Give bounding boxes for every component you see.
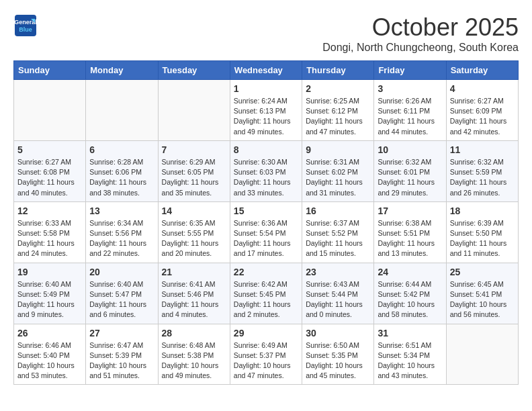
day-info: Sunrise: 6:27 AM Sunset: 6:09 PM Dayligh… — [450, 96, 515, 137]
day-info: Sunrise: 6:35 AM Sunset: 5:55 PM Dayligh… — [162, 218, 226, 259]
day-info: Sunrise: 6:28 AM Sunset: 6:06 PM Dayligh… — [89, 157, 154, 198]
location-subtitle: Dongi, North Chungcheong, South Korea — [322, 42, 519, 54]
calendar-cell: 29Sunrise: 6:49 AM Sunset: 5:37 PM Dayli… — [230, 324, 302, 385]
calendar-week-1: 1Sunrise: 6:24 AM Sunset: 6:13 PM Daylig… — [14, 80, 519, 141]
calendar-cell: 19Sunrise: 6:40 AM Sunset: 5:49 PM Dayli… — [14, 263, 86, 324]
day-number: 21 — [162, 267, 226, 277]
day-info: Sunrise: 6:38 AM Sunset: 5:51 PM Dayligh… — [378, 218, 442, 259]
day-number: 7 — [162, 144, 226, 155]
day-number: 8 — [234, 144, 298, 155]
calendar-week-4: 19Sunrise: 6:40 AM Sunset: 5:49 PM Dayli… — [14, 263, 519, 324]
calendar-cell: 3Sunrise: 6:26 AM Sunset: 6:11 PM Daylig… — [374, 80, 446, 141]
day-info: Sunrise: 6:51 AM Sunset: 5:34 PM Dayligh… — [378, 340, 442, 381]
calendar-cell: 25Sunrise: 6:45 AM Sunset: 5:41 PM Dayli… — [446, 263, 518, 324]
day-info: Sunrise: 6:30 AM Sunset: 6:03 PM Dayligh… — [234, 157, 298, 198]
calendar-cell: 15Sunrise: 6:36 AM Sunset: 5:54 PM Dayli… — [230, 201, 302, 263]
day-info: Sunrise: 6:40 AM Sunset: 5:49 PM Dayligh… — [17, 279, 82, 320]
calendar-cell: 22Sunrise: 6:42 AM Sunset: 5:45 PM Dayli… — [230, 263, 302, 324]
day-number: 31 — [378, 328, 442, 338]
day-number: 20 — [89, 267, 154, 277]
day-info: Sunrise: 6:44 AM Sunset: 5:42 PM Dayligh… — [378, 279, 442, 320]
calendar-cell: 26Sunrise: 6:46 AM Sunset: 5:40 PM Dayli… — [14, 324, 86, 385]
day-info: Sunrise: 6:29 AM Sunset: 6:05 PM Dayligh… — [162, 157, 226, 198]
calendar-cell: 18Sunrise: 6:39 AM Sunset: 5:50 PM Dayli… — [446, 201, 518, 263]
title-section: October 2025 Dongi, North Chungcheong, S… — [322, 13, 519, 54]
day-number: 23 — [306, 267, 370, 277]
day-number: 2 — [306, 83, 370, 94]
header-wednesday: Wednesday — [230, 61, 302, 80]
calendar-cell: 2Sunrise: 6:25 AM Sunset: 6:12 PM Daylig… — [302, 80, 374, 141]
header-friday: Friday — [374, 61, 446, 80]
calendar-cell — [86, 80, 158, 141]
day-info: Sunrise: 6:39 AM Sunset: 5:50 PM Dayligh… — [450, 218, 515, 259]
day-info: Sunrise: 6:49 AM Sunset: 5:37 PM Dayligh… — [234, 340, 298, 381]
day-number: 16 — [306, 205, 370, 216]
calendar-cell: 23Sunrise: 6:43 AM Sunset: 5:44 PM Dayli… — [302, 263, 374, 324]
day-info: Sunrise: 6:37 AM Sunset: 5:52 PM Dayligh… — [306, 218, 370, 259]
day-number: 5 — [17, 144, 82, 155]
calendar-cell: 4Sunrise: 6:27 AM Sunset: 6:09 PM Daylig… — [446, 80, 518, 141]
calendar-week-3: 12Sunrise: 6:33 AM Sunset: 5:58 PM Dayli… — [14, 201, 519, 263]
day-number: 10 — [378, 144, 442, 155]
calendar-cell: 7Sunrise: 6:29 AM Sunset: 6:05 PM Daylig… — [158, 140, 230, 201]
day-number: 17 — [378, 205, 442, 216]
calendar-week-2: 5Sunrise: 6:27 AM Sunset: 6:08 PM Daylig… — [14, 140, 519, 201]
header-thursday: Thursday — [302, 61, 374, 80]
calendar-cell — [14, 80, 86, 141]
day-number: 19 — [17, 267, 82, 277]
day-info: Sunrise: 6:31 AM Sunset: 6:02 PM Dayligh… — [306, 157, 370, 198]
calendar-cell: 9Sunrise: 6:31 AM Sunset: 6:02 PM Daylig… — [302, 140, 374, 201]
day-number: 26 — [17, 328, 82, 338]
svg-rect-0 — [15, 15, 36, 36]
calendar-table: Sunday Monday Tuesday Wednesday Thursday… — [13, 60, 519, 385]
calendar-cell: 10Sunrise: 6:32 AM Sunset: 6:01 PM Dayli… — [374, 140, 446, 201]
header-saturday: Saturday — [446, 61, 518, 80]
calendar-header-row: Sunday Monday Tuesday Wednesday Thursday… — [14, 61, 519, 80]
day-number: 6 — [89, 144, 154, 155]
calendar-cell: 24Sunrise: 6:44 AM Sunset: 5:42 PM Dayli… — [374, 263, 446, 324]
calendar-cell: 1Sunrise: 6:24 AM Sunset: 6:13 PM Daylig… — [230, 80, 302, 141]
header-sunday: Sunday — [14, 61, 86, 80]
day-info: Sunrise: 6:43 AM Sunset: 5:44 PM Dayligh… — [306, 279, 370, 320]
page-header: General Blue October 2025 Dongi, North C… — [13, 13, 519, 54]
calendar-cell: 21Sunrise: 6:41 AM Sunset: 5:46 PM Dayli… — [158, 263, 230, 324]
calendar-cell: 14Sunrise: 6:35 AM Sunset: 5:55 PM Dayli… — [158, 201, 230, 263]
day-number: 12 — [17, 205, 82, 216]
day-number: 11 — [450, 144, 515, 155]
logo: General Blue — [13, 13, 38, 38]
calendar-cell: 5Sunrise: 6:27 AM Sunset: 6:08 PM Daylig… — [14, 140, 86, 201]
calendar-cell — [158, 80, 230, 141]
calendar-cell: 8Sunrise: 6:30 AM Sunset: 6:03 PM Daylig… — [230, 140, 302, 201]
day-number: 18 — [450, 205, 515, 216]
day-info: Sunrise: 6:40 AM Sunset: 5:47 PM Dayligh… — [89, 279, 154, 320]
day-info: Sunrise: 6:24 AM Sunset: 6:13 PM Dayligh… — [234, 96, 298, 137]
calendar-cell: 31Sunrise: 6:51 AM Sunset: 5:34 PM Dayli… — [374, 324, 446, 385]
calendar-cell: 13Sunrise: 6:34 AM Sunset: 5:56 PM Dayli… — [86, 201, 158, 263]
day-info: Sunrise: 6:48 AM Sunset: 5:38 PM Dayligh… — [162, 340, 226, 381]
day-number: 28 — [162, 328, 226, 338]
calendar-cell: 28Sunrise: 6:48 AM Sunset: 5:38 PM Dayli… — [158, 324, 230, 385]
calendar-cell: 27Sunrise: 6:47 AM Sunset: 5:39 PM Dayli… — [86, 324, 158, 385]
svg-text:Blue: Blue — [19, 26, 32, 33]
header-monday: Monday — [86, 61, 158, 80]
day-info: Sunrise: 6:34 AM Sunset: 5:56 PM Dayligh… — [89, 218, 154, 259]
day-number: 22 — [234, 267, 298, 277]
header-tuesday: Tuesday — [158, 61, 230, 80]
calendar-cell: 16Sunrise: 6:37 AM Sunset: 5:52 PM Dayli… — [302, 201, 374, 263]
calendar-cell: 20Sunrise: 6:40 AM Sunset: 5:47 PM Dayli… — [86, 263, 158, 324]
day-number: 15 — [234, 205, 298, 216]
day-info: Sunrise: 6:42 AM Sunset: 5:45 PM Dayligh… — [234, 279, 298, 320]
day-info: Sunrise: 6:27 AM Sunset: 6:08 PM Dayligh… — [17, 157, 82, 198]
day-number: 13 — [89, 205, 154, 216]
day-number: 25 — [450, 267, 515, 277]
calendar-cell: 12Sunrise: 6:33 AM Sunset: 5:58 PM Dayli… — [14, 201, 86, 263]
calendar-cell: 30Sunrise: 6:50 AM Sunset: 5:35 PM Dayli… — [302, 324, 374, 385]
day-number: 24 — [378, 267, 442, 277]
day-number: 30 — [306, 328, 370, 338]
day-info: Sunrise: 6:41 AM Sunset: 5:46 PM Dayligh… — [162, 279, 226, 320]
day-number: 14 — [162, 205, 226, 216]
day-info: Sunrise: 6:46 AM Sunset: 5:40 PM Dayligh… — [17, 340, 82, 381]
calendar-cell: 17Sunrise: 6:38 AM Sunset: 5:51 PM Dayli… — [374, 201, 446, 263]
day-info: Sunrise: 6:25 AM Sunset: 6:12 PM Dayligh… — [306, 96, 370, 137]
day-info: Sunrise: 6:45 AM Sunset: 5:41 PM Dayligh… — [450, 279, 515, 320]
